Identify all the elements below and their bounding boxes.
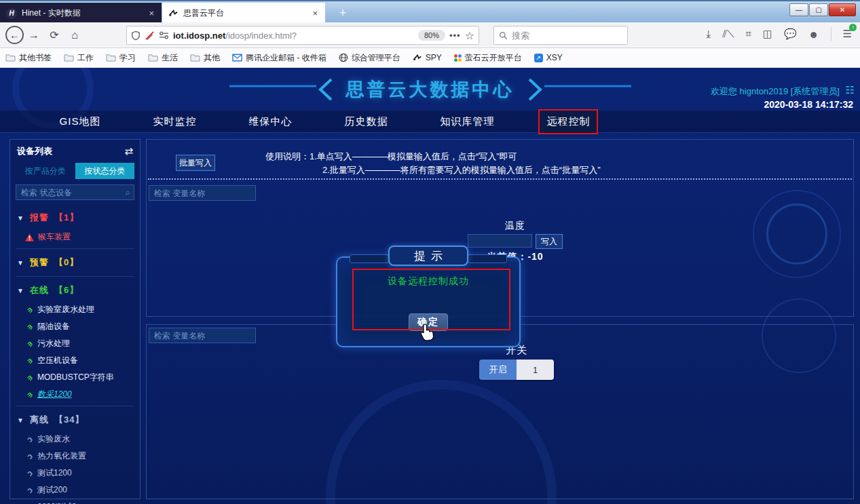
- blocked-extension-icon[interactable]: [145, 31, 155, 41]
- sidebar-toggle-icon[interactable]: ◫: [763, 28, 772, 40]
- library-icon[interactable]: ⫽⟍: [722, 28, 734, 40]
- nav-remote-control[interactable]: 远程控制: [540, 111, 597, 133]
- screenshot-icon[interactable]: ⌗: [745, 28, 751, 40]
- address-bar[interactable]: iot.idosp.net/idosp/index.html? 80% ••• …: [126, 26, 479, 45]
- tab-hinet[interactable]: H Hinet - 实时数据 ×: [0, 3, 162, 24]
- bookmark-folder[interactable]: 工作: [64, 52, 94, 64]
- group-offline[interactable]: ▼ 离线 【34】: [16, 409, 134, 431]
- home-icon[interactable]: ⌂: [64, 29, 85, 41]
- tab-by-product[interactable]: 按产品分类: [16, 163, 75, 179]
- bookmark-spy[interactable]: SPY: [413, 53, 442, 62]
- bookmark-tencent-mail[interactable]: 腾讯企业邮箱 - 收件箱: [232, 52, 326, 64]
- browser-search-input[interactable]: [512, 31, 607, 41]
- group-online[interactable]: ▼ 在线 【6】: [16, 279, 134, 301]
- device-item[interactable]: 测试200: [16, 482, 134, 499]
- bookmark-ezviz[interactable]: 萤石云开放平台: [454, 52, 522, 64]
- bookmark-xsy[interactable]: ↗ XSY: [534, 53, 563, 62]
- device-item[interactable]: 0809测试2: [16, 499, 134, 504]
- device-name: 测试1200: [37, 467, 72, 479]
- nav-knowledge-base[interactable]: 知识库管理: [433, 111, 501, 133]
- bookmark-label: 综合管理平台: [352, 52, 400, 64]
- user-menu-icon[interactable]: ☷: [846, 84, 855, 96]
- main-nav: GIS地图 实时监控 维保中心 历史数据 知识库管理 远程控制: [0, 111, 860, 133]
- device-name: MODBUSTCP字符串: [37, 372, 114, 383]
- nav-gis-map[interactable]: GIS地图: [53, 111, 108, 133]
- device-item-selected[interactable]: 数采1200: [16, 386, 134, 403]
- switch-on-button[interactable]: 开启: [479, 360, 517, 380]
- device-item[interactable]: 猴车装置: [16, 229, 134, 246]
- new-tab-button[interactable]: +: [334, 4, 352, 22]
- switch-value: 1: [517, 360, 554, 380]
- device-item[interactable]: 实验室废水处理: [16, 301, 134, 318]
- welcome-text[interactable]: 欢迎您 hignton2019 [系统管理员]: [711, 85, 840, 98]
- bookmark-star-icon[interactable]: ☆: [465, 29, 474, 42]
- device-name: 隔油设备: [37, 321, 70, 332]
- chevron-down-icon: ▼: [17, 287, 24, 294]
- page-actions-icon[interactable]: •••: [449, 31, 461, 41]
- account-icon[interactable]: ☻: [808, 28, 819, 40]
- bookmark-folder[interactable]: 其他: [190, 52, 220, 64]
- close-button[interactable]: ✕: [829, 3, 856, 16]
- broken-link-icon: [25, 435, 33, 444]
- folder-icon: [190, 54, 200, 62]
- divider: [16, 406, 134, 406]
- switch-toggle[interactable]: 开启 1: [479, 360, 554, 380]
- minimize-button[interactable]: —: [789, 3, 808, 16]
- search-icon[interactable]: ⌕: [126, 187, 130, 198]
- device-name: 数采1200: [37, 389, 72, 400]
- variable-search-input[interactable]: [149, 185, 256, 201]
- bookmark-label: XSY: [546, 53, 563, 62]
- bookmark-mgmt-platform[interactable]: 综合管理平台: [339, 52, 400, 64]
- device-item[interactable]: MODBUSTCP字符串: [16, 369, 134, 386]
- device-item[interactable]: 空压机设备: [16, 352, 134, 369]
- menu-hamburger-icon[interactable]: ☰↑: [843, 28, 852, 40]
- bookmark-folder[interactable]: 学习: [106, 52, 136, 64]
- group-label: 离线: [30, 414, 49, 426]
- group-label: 报警: [30, 212, 49, 224]
- device-item[interactable]: 实验废水: [16, 431, 134, 448]
- web-page: 思普云大数据中心 欢迎您 hignton2019 [系统管理员] ☷ 2020-…: [0, 68, 860, 504]
- write-button[interactable]: 写入: [536, 234, 563, 249]
- group-alarm[interactable]: ▼ 报警 【1】: [16, 207, 134, 229]
- chat-extension-icon[interactable]: 💬: [784, 28, 797, 40]
- update-badge: ↑: [849, 24, 857, 31]
- alarm-triangle-icon: [25, 233, 34, 241]
- link-icon: [25, 340, 33, 348]
- forward-icon[interactable]: →: [24, 29, 44, 41]
- tab-title: Hinet - 实时数据: [22, 7, 143, 19]
- device-item[interactable]: 热力氧化装置: [16, 448, 134, 465]
- tab-by-status[interactable]: 按状态分类: [75, 163, 135, 179]
- swap-icon[interactable]: ⇄: [124, 145, 133, 157]
- bookmark-folder[interactable]: 生活: [148, 52, 178, 64]
- device-search-input[interactable]: [16, 185, 134, 200]
- url-text[interactable]: iot.idosp.net/idosp/index.html?: [173, 31, 414, 41]
- nav-maintenance-center[interactable]: 维保中心: [242, 111, 299, 133]
- tab-close-icon[interactable]: ×: [147, 8, 155, 18]
- browser-search-bar[interactable]: [493, 26, 628, 45]
- reload-icon[interactable]: ⟳: [44, 28, 64, 41]
- variable-search-input[interactable]: [149, 328, 256, 343]
- mouse-cursor: [419, 324, 435, 341]
- group-warn[interactable]: ▼ 预警 【0】: [16, 252, 134, 273]
- shield-icon[interactable]: [131, 31, 141, 41]
- bookmark-folder[interactable]: 其他书签: [5, 52, 52, 64]
- permissions-icon[interactable]: [159, 31, 169, 39]
- nav-history-data[interactable]: 历史数据: [337, 111, 394, 133]
- nav-realtime-monitor[interactable]: 实时监控: [146, 111, 203, 133]
- folder-icon: [106, 54, 116, 62]
- device-item[interactable]: 测试1200: [16, 465, 134, 482]
- downloads-icon[interactable]: ⤓: [707, 28, 711, 40]
- device-item[interactable]: 污水处理: [16, 335, 134, 352]
- back-icon[interactable]: ←: [5, 26, 24, 44]
- device-item[interactable]: 隔油设备: [16, 318, 134, 335]
- device-name: 实验室废水处理: [37, 304, 94, 315]
- link-icon: [25, 391, 33, 399]
- page-title: 思普云大数据中心: [346, 77, 515, 102]
- zoom-level-badge[interactable]: 80%: [418, 30, 445, 41]
- restore-button[interactable]: ▢: [809, 3, 828, 16]
- tab-sipuyun[interactable]: 思普云平台 ×: [162, 3, 325, 24]
- batch-write-button[interactable]: 批量写入: [176, 155, 215, 171]
- tab-close-icon[interactable]: ×: [311, 8, 319, 18]
- dialog-message: 设备远程控制成功: [336, 275, 521, 288]
- search-icon: [499, 31, 508, 40]
